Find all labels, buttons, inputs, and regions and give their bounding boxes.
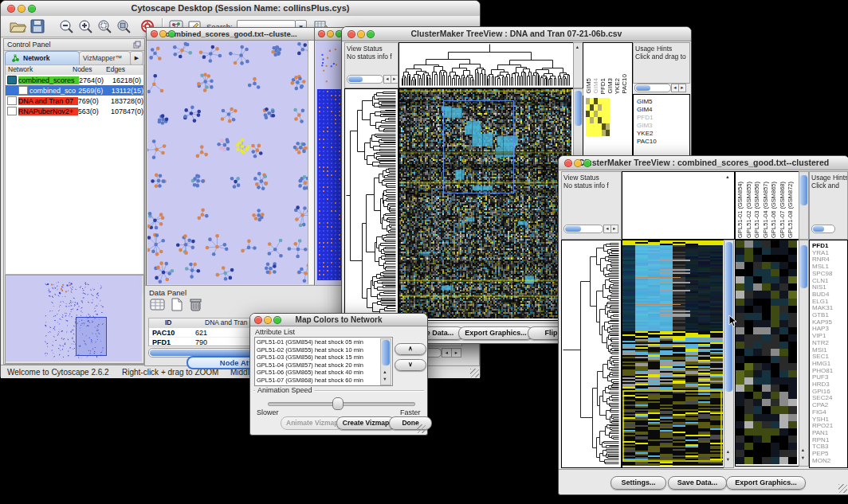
- attribute-list[interactable]: GPL51-01 (GSM854) heat shock 05 minGPL51…: [254, 337, 393, 386]
- float-panel-icon[interactable]: [133, 41, 141, 49]
- zoom-fit-icon[interactable]: [116, 19, 132, 33]
- save-data--button[interactable]: Save Data...: [668, 476, 727, 490]
- row-gene-label[interactable]: GIM5: [637, 98, 653, 105]
- column-gene-label[interactable]: PFD1: [599, 78, 607, 94]
- attribute-list-item[interactable]: GPL51-04 (GSM857) heat shock 20 min: [257, 361, 378, 369]
- close-button[interactable]: [254, 316, 262, 324]
- tv2-heatmap-global[interactable]: [622, 240, 725, 468]
- tv1-usage-hscrollbar[interactable]: [634, 84, 671, 92]
- tv2-row-labels[interactable]: PFD1YRA1RNR4MSL1SPC98CLN1NIS1BUD4ELG1MAK…: [809, 240, 848, 468]
- scroll-right-arrow[interactable]: ▸: [610, 225, 618, 233]
- row-gene-label[interactable]: FIG4: [812, 408, 826, 416]
- column-condition-label[interactable]: GPL51-03 (GSM856): [753, 182, 760, 238]
- zoom-out-icon[interactable]: [58, 19, 74, 33]
- column-condition-label[interactable]: GPL51-08 (GSM872): [787, 182, 794, 238]
- zoom-button[interactable]: [168, 30, 175, 37]
- row-gene-label[interactable]: PEP5: [812, 450, 828, 457]
- row-gene-label[interactable]: BUD4: [812, 291, 829, 298]
- close-button[interactable]: [318, 30, 325, 37]
- row-gene-label[interactable]: PUF3: [812, 373, 828, 381]
- row-gene-label[interactable]: RPO21: [812, 422, 833, 429]
- minimize-button[interactable]: [264, 316, 272, 324]
- create-attribute-icon[interactable]: [169, 298, 185, 311]
- tv2-collabel-scrollbar[interactable]: [799, 171, 809, 240]
- row-gene-label[interactable]: YKE2: [637, 130, 653, 137]
- row-gene-label[interactable]: HAP3: [812, 325, 829, 332]
- row-gene-label[interactable]: YSH1: [812, 416, 829, 423]
- minimize-button[interactable]: [18, 5, 26, 13]
- create-vizmap-button[interactable]: Create Vizmap: [336, 416, 395, 430]
- close-button[interactable]: [7, 5, 15, 13]
- row-gene-label[interactable]: KAP95: [812, 318, 832, 326]
- attribute-list-scrollbar[interactable]: ▴ ▾: [380, 338, 391, 385]
- row-gene-label[interactable]: MAK31: [812, 304, 833, 311]
- zoom-button[interactable]: [367, 30, 375, 38]
- row-gene-label[interactable]: PAN1: [812, 429, 828, 436]
- minimize-button[interactable]: [159, 30, 167, 37]
- attribute-list-item[interactable]: GPL51-02 (GSM855) heat shock 10 min: [257, 346, 378, 354]
- network-tree-row[interactable]: RNAPuberNov2+563(0)107847(0): [6, 106, 143, 116]
- save-icon[interactable]: [29, 19, 45, 33]
- tab-network[interactable]: Network: [5, 51, 80, 65]
- tv1-column-dendrogram[interactable]: [398, 42, 574, 88]
- row-gene-label[interactable]: VIP1: [812, 332, 826, 339]
- row-gene-label[interactable]: HMG1: [812, 360, 830, 367]
- minimize-button[interactable]: [574, 159, 582, 167]
- tv1-zoom-matrix[interactable]: [586, 98, 610, 136]
- attribute-list-item[interactable]: GPL51-03 (GSM856) heat shock 15 min: [257, 354, 378, 361]
- attribute-list-item[interactable]: GPL51-06 (GSM865) heat shock 40 min: [257, 369, 378, 377]
- tv2-zoom-vscrollbar[interactable]: ▴ ▾: [799, 240, 809, 467]
- row-gene-label[interactable]: RPN1: [812, 436, 829, 443]
- network-tree-row[interactable]: combined_scores2764(0)16218(0): [6, 75, 143, 85]
- tv2-status-hscrollbar[interactable]: [563, 225, 603, 233]
- row-gene-label[interactable]: NTR2: [812, 339, 829, 346]
- network-table-header[interactable]: Network Nodes Edges: [5, 64, 144, 76]
- row-gene-label[interactable]: CLN1: [812, 277, 828, 284]
- zoom-button[interactable]: [583, 159, 591, 167]
- row-gene-label[interactable]: SPC98: [812, 270, 832, 277]
- attribute-list-item[interactable]: GPL51-07 (GSM868) heat shock 60 min: [257, 377, 378, 385]
- row-gene-label[interactable]: ELG1: [812, 298, 828, 305]
- column-gene-label[interactable]: GIM3: [607, 78, 614, 94]
- row-gene-label[interactable]: PAC10: [637, 138, 657, 145]
- tab-vizmapper[interactable]: VizMapper™: [79, 51, 131, 65]
- column-gene-label[interactable]: GIM4: [592, 78, 599, 94]
- tv2-usage-hscrollbar[interactable]: [811, 225, 835, 233]
- network-view-title-bar[interactable]: combined_scores_good.txt--cluste...: [147, 28, 316, 41]
- network-tree-row[interactable]: DNA and Tran 07769(0)183728(0): [6, 96, 143, 106]
- delete-attribute-icon[interactable]: [188, 298, 204, 311]
- slider-thumb[interactable]: [332, 397, 344, 410]
- tv1-column-labels[interactable]: GIM5GIM4PFD1GIM3YKE2PAC10: [583, 42, 633, 96]
- network-overview-canvas[interactable]: [6, 275, 142, 361]
- tv1-row-dendrogram[interactable]: [344, 88, 398, 321]
- row-gene-label[interactable]: GPI16: [812, 388, 830, 395]
- zoom-selected-icon[interactable]: [96, 19, 112, 33]
- close-button[interactable]: [347, 30, 355, 38]
- network-tree-row[interactable]: combined_sco2569(6)13112(15): [6, 85, 143, 96]
- tv2-column-labels[interactable]: GPL51-01 (GSM854)GPL51-02 (GSM855)GPL51-…: [735, 171, 799, 240]
- resize-grip[interactable]: [838, 484, 847, 493]
- row-gene-label[interactable]: SEC1: [812, 353, 829, 360]
- row-gene-label[interactable]: MSL1: [812, 263, 829, 270]
- zoom-in-icon[interactable]: [77, 19, 93, 33]
- row-gene-label[interactable]: PHO81: [812, 367, 833, 374]
- move-down-button[interactable]: ∨: [395, 359, 426, 371]
- row-gene-label[interactable]: HRD3: [812, 381, 830, 388]
- tv1-heatmap-global[interactable]: [398, 88, 574, 321]
- dialog-title-bar[interactable]: Map Colors to Network: [250, 314, 427, 326]
- zoom-button[interactable]: [273, 316, 281, 324]
- move-up-button[interactable]: ∧: [395, 343, 426, 355]
- row-gene-label[interactable]: TCB3: [812, 443, 828, 450]
- column-condition-label[interactable]: GPL51-06 (GSM865): [770, 182, 777, 238]
- tv2-heatmap-vscrollbar[interactable]: ▴ ▾: [724, 240, 734, 468]
- row-gene-label[interactable]: PFD1: [637, 114, 653, 121]
- network-canvas[interactable]: [147, 41, 308, 284]
- scroll-right-arrow[interactable]: ▸: [451, 348, 461, 357]
- scroll-right-arrow[interactable]: ▸: [678, 84, 686, 92]
- row-gene-label[interactable]: MON2: [812, 457, 830, 464]
- row-gene-label[interactable]: GIM4: [637, 106, 653, 113]
- column-condition-label[interactable]: GPL51-01 (GSM854): [736, 182, 744, 238]
- row-gene-label[interactable]: GIM3: [637, 122, 653, 129]
- treeview2-title-bar[interactable]: ClusterMaker TreeView : combined_scores_…: [559, 156, 848, 170]
- tv2-heatmap-zoom[interactable]: [735, 240, 799, 467]
